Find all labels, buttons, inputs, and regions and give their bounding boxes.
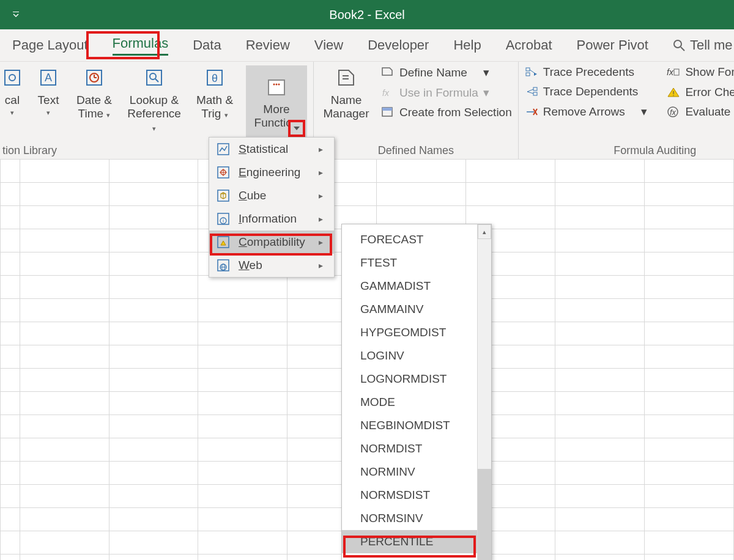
compatibility-function-list: FORECAST FTEST GAMMADIST GAMMAINV HYPGEO… — [341, 224, 492, 560]
submenu-arrow-icon: ▸ — [319, 237, 323, 247]
text-functions-button[interactable]: A Text ▾ — [33, 65, 64, 119]
func-negbinomdist[interactable]: NEGBINOMDIST — [342, 414, 477, 437]
menu-statistical[interactable]: Statistical ▸ — [209, 138, 334, 161]
func-gammadist[interactable]: GAMMADIST — [342, 274, 477, 298]
func-mode[interactable]: MODE — [342, 391, 477, 414]
tell-me-search[interactable]: Tell me — [661, 31, 734, 59]
menu-information[interactable]: i Information ▸ — [209, 207, 334, 230]
tab-developer[interactable]: Developer — [355, 31, 441, 59]
show-formulas-button[interactable]: fx Show Formulas — [667, 65, 734, 79]
submenu-arrow-icon: ▸ — [319, 144, 323, 154]
tab-help[interactable]: Help — [441, 31, 493, 59]
func-hypgeomdist[interactable]: HYPGEOMDIST — [342, 321, 477, 344]
trace-dependents-button[interactable]: Trace Dependents — [525, 85, 648, 98]
svg-text:fx: fx — [670, 108, 677, 117]
svg-line-13 — [155, 79, 158, 82]
ribbon: cal ▾ A Text ▾ Date & Time ▾ Lookup & Re… — [0, 62, 734, 160]
logical-button[interactable]: cal ▾ — [0, 65, 24, 119]
book-icon — [2, 65, 22, 90]
group-defined-names: Name Manager Define Name ▾ fx Use in For… — [314, 62, 519, 160]
svg-point-18 — [276, 84, 278, 86]
tag-icon — [335, 65, 357, 90]
define-name-button[interactable]: Define Name ▾ — [381, 65, 512, 79]
svg-text:!: ! — [673, 90, 675, 97]
error-checking-button[interactable]: ! Error Checking ▾ — [667, 85, 734, 99]
lookup-reference-button[interactable]: Lookup & Reference ▾ — [125, 65, 184, 135]
svg-rect-11 — [147, 70, 161, 85]
math-trig-button[interactable]: θ Math & Trig ▾ — [192, 65, 237, 122]
func-normsdist[interactable]: NORMSDIST — [342, 484, 477, 507]
submenu-arrow-icon: ▸ — [319, 168, 323, 177]
more-functions-button[interactable]: MoreFunction — [246, 65, 307, 139]
trace-precedents-button[interactable]: Trace Precedents — [525, 65, 648, 79]
more-functions-dropdown-icon[interactable] — [288, 120, 305, 137]
svg-text:A: A — [45, 72, 52, 84]
svg-rect-21 — [343, 78, 349, 79]
tab-data[interactable]: Data — [180, 31, 233, 59]
func-loginv[interactable]: LOGINV — [342, 344, 477, 367]
svg-point-4 — [9, 75, 15, 81]
more-functions-menu: Statistical ▸ Engineering ▸ Cube ▸ i Inf… — [209, 137, 335, 278]
text-icon: A — [39, 65, 58, 90]
trace-dependents-icon — [525, 86, 538, 97]
tab-power-pivot[interactable]: Power Pivot — [565, 31, 661, 59]
date-time-button[interactable]: Date & Time ▾ — [72, 65, 116, 122]
func-lognormdist[interactable]: LOGNORMDIST — [342, 367, 477, 391]
func-norminv[interactable]: NORMINV — [342, 460, 477, 484]
svg-text:θ: θ — [212, 72, 218, 84]
func-forecast[interactable]: FORECAST — [342, 228, 477, 251]
svg-line-30 — [527, 89, 533, 92]
menu-engineering[interactable]: Engineering ▸ — [209, 161, 334, 184]
app-name: Excel — [375, 8, 405, 21]
svg-line-31 — [527, 92, 533, 94]
theta-icon: θ — [205, 65, 224, 90]
cube-icon — [217, 189, 230, 202]
func-normdist[interactable]: NORMDIST — [342, 437, 477, 460]
compatibility-icon — [217, 235, 230, 249]
document-name: Book2 — [329, 8, 364, 21]
magnifier-icon — [144, 65, 164, 90]
name-manager-button[interactable]: Name Manager — [320, 65, 373, 120]
show-formulas-icon: fx — [667, 67, 680, 78]
search-icon — [673, 39, 685, 51]
create-from-selection-button[interactable]: Create from Selection — [381, 106, 512, 119]
func-gammainv[interactable]: GAMMAINV — [342, 298, 477, 321]
tab-formulas[interactable]: Formulas — [100, 29, 181, 62]
svg-point-19 — [278, 84, 280, 86]
function-list-scrollbar[interactable]: ▴ — [477, 224, 491, 560]
engineering-icon — [217, 166, 230, 179]
svg-line-2 — [681, 47, 684, 51]
remove-arrows-icon — [525, 106, 538, 117]
tab-review[interactable]: Review — [234, 31, 302, 59]
svg-rect-36 — [674, 69, 679, 75]
trace-precedents-icon — [525, 67, 538, 78]
selection-icon — [381, 106, 395, 119]
tab-view[interactable]: View — [302, 31, 355, 59]
scroll-up-button[interactable]: ▴ — [478, 224, 491, 239]
tab-page-layout[interactable]: Page Layout — [0, 31, 100, 59]
svg-rect-28 — [533, 87, 537, 90]
scroll-thumb[interactable] — [478, 469, 491, 560]
menu-web[interactable]: Web ▸ — [209, 254, 334, 277]
svg-point-17 — [273, 84, 275, 86]
define-name-icon — [381, 67, 395, 79]
svg-text:fx: fx — [382, 88, 390, 98]
quick-access-customize-icon[interactable] — [12, 11, 20, 18]
func-percentile[interactable]: PERCENTILE — [342, 530, 477, 553]
submenu-arrow-icon: ▸ — [319, 191, 323, 201]
svg-rect-25 — [526, 68, 530, 71]
remove-arrows-button[interactable]: Remove Arrows ▾ — [525, 105, 648, 119]
func-normsinv[interactable]: NORMSINV — [342, 507, 477, 530]
group-label-formula-auditing: Formula Auditing — [525, 141, 734, 157]
func-ftest[interactable]: FTEST — [342, 251, 477, 274]
tab-acrobat[interactable]: Acrobat — [494, 31, 565, 59]
svg-rect-16 — [269, 80, 284, 95]
svg-text:fx: fx — [667, 67, 674, 77]
window-title: Book2 - Excel — [329, 8, 404, 22]
menu-compatibility[interactable]: Compatibility ▸ — [209, 230, 334, 254]
evaluate-formula-button[interactable]: fx Evaluate Formula — [667, 105, 734, 119]
ribbon-tabs: Page Layout Formulas Data Review View De… — [0, 29, 734, 62]
more-icon — [266, 75, 287, 99]
menu-cube[interactable]: Cube ▸ — [209, 184, 334, 207]
svg-rect-3 — [5, 70, 20, 85]
